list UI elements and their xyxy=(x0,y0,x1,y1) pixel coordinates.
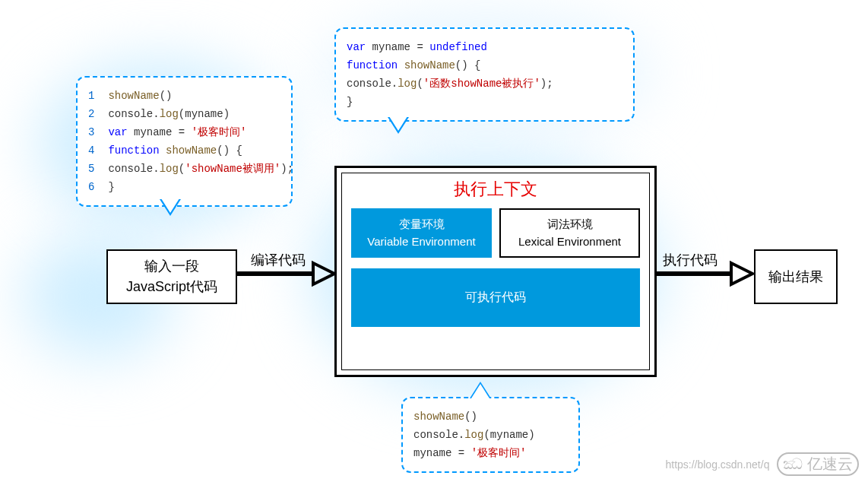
executable-code-box: 可执行代码 xyxy=(351,268,640,327)
input-line2: JavaScript代码 xyxy=(126,277,217,297)
watermark-url: https://blog.csdn.net/q xyxy=(665,458,769,471)
svg-marker-1 xyxy=(313,263,334,284)
input-line1: 输入一段 xyxy=(144,256,199,277)
variable-environment-box: 变量环境 Variable Environment xyxy=(351,208,492,258)
code-line: console.log('函数showName被执行'); xyxy=(347,75,622,93)
execute-label: 执行代码 xyxy=(663,251,718,269)
code-line: showName() xyxy=(413,407,568,426)
code-line: 2 console.log(myname) xyxy=(88,105,280,123)
output-box: 输出结果 xyxy=(754,249,838,304)
code-line: 4 function showName() { xyxy=(88,141,280,160)
watermark-logo: ඣ 亿速云 xyxy=(777,452,859,476)
code-line: 1 showName() xyxy=(88,87,280,105)
var-env-en: Variable Environment xyxy=(356,233,487,251)
code-line: function showName() { xyxy=(347,56,622,75)
execution-context: 执行上下文 变量环境 Variable Environment 词法环境 Lex… xyxy=(334,166,657,377)
var-env-code-box: var myname = undefinedfunction showName(… xyxy=(334,27,635,122)
tail-up-fill xyxy=(471,384,489,398)
code-line: 3 var myname = '极客时间' xyxy=(88,123,280,141)
watermark: https://blog.csdn.net/q ඣ 亿速云 xyxy=(665,452,859,476)
code-line: var myname = undefined xyxy=(347,38,622,56)
lex-env-cn: 词法环境 xyxy=(504,216,635,233)
lex-env-en: Lexical Environment xyxy=(504,233,635,251)
code-line: 5 console.log('showName被调用'); xyxy=(88,160,280,178)
svg-marker-3 xyxy=(731,263,752,284)
context-title: 执行上下文 xyxy=(342,178,649,201)
watermark-brand: 亿速云 xyxy=(807,455,853,472)
var-env-cn: 变量环境 xyxy=(356,216,487,233)
code-line: console.log(myname) xyxy=(413,426,568,444)
source-code-box: 1 showName()2 console.log(myname)3 var m… xyxy=(76,76,293,207)
compile-label: 编译代码 xyxy=(251,251,306,269)
code-line: myname = '极客时间' xyxy=(413,444,568,462)
second-border: 执行上下文 变量环境 Variable Environment 词法环境 Lex… xyxy=(341,173,650,370)
lexical-environment-box: 词法环境 Lexical Environment xyxy=(499,208,640,258)
output-label: 输出结果 xyxy=(768,268,823,286)
executable-code-bubble: showName()console.log(myname)myname = '极… xyxy=(401,397,580,473)
input-box: 输入一段 JavaScript代码 xyxy=(106,249,237,304)
code-line: 6 } xyxy=(88,178,280,196)
code-line: } xyxy=(347,93,622,111)
